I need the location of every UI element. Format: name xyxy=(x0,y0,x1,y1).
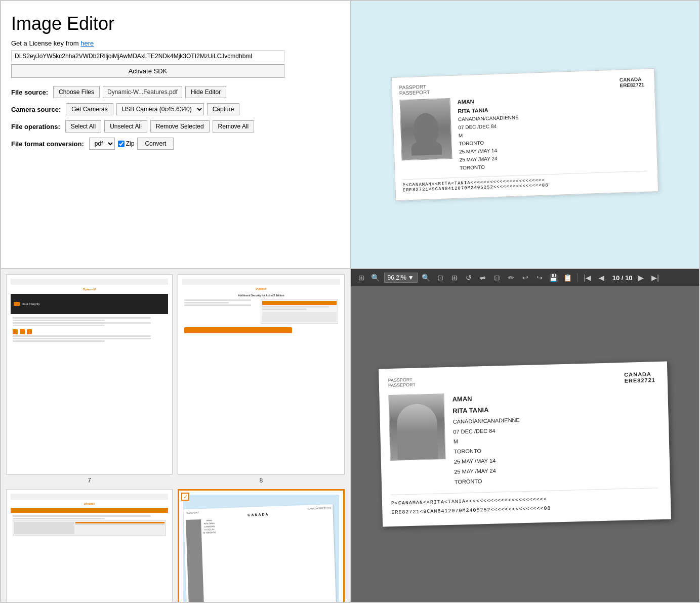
flip-icon[interactable]: ⇌ xyxy=(477,272,488,283)
thumbnail-item-7: Dynum/// Data Integrity xyxy=(6,274,173,484)
passport-id: ERE82721 xyxy=(620,82,644,89)
zoom-out-icon[interactable]: 🔍 xyxy=(370,272,381,283)
fit-page-icon[interactable]: ⊞ xyxy=(449,272,460,283)
viewer-passport-photo xyxy=(388,393,445,461)
license-link[interactable]: here xyxy=(80,39,94,47)
export-icon[interactable]: 📋 xyxy=(562,272,573,283)
viewer-content: PASSPORT PASSEPORT CANADA ERE82721 AMAN … xyxy=(351,286,699,602)
thumb-content-7: Dynum/// Data Integrity xyxy=(11,279,168,470)
choose-files-button[interactable]: Choose Files xyxy=(53,86,100,98)
thumbnail-box-9[interactable]: Dynum/// xyxy=(6,489,173,602)
viewer-passport-header: PASSPORT PASSEPORT CANADA ERE82721 xyxy=(388,371,655,390)
viewer-passport-body: AMAN RITA TANIA CANADIAN/CANADIENNE 07 D… xyxy=(388,388,658,489)
remove-all-button[interactable]: Remove All xyxy=(213,120,255,133)
thumb-content-9: Dynum/// xyxy=(11,494,168,602)
editor-panel: Image Editor Get a License key from here… xyxy=(1,1,350,269)
file-name-display: Dynamic-W...Features.pdf xyxy=(103,86,182,98)
draw-icon[interactable]: ✏ xyxy=(506,272,517,283)
unselect-all-button[interactable]: Unselect All xyxy=(104,120,147,133)
passport-info: AMAN RITA TANIA CANADIAN/CANADIENNE 07 D… xyxy=(457,92,647,172)
thumbnail-item-8: Dynum/// Additional Security for ActiveX… xyxy=(178,274,344,484)
fit-width-icon[interactable]: ⊡ xyxy=(435,272,446,283)
thumbnail-box-7[interactable]: Dynum/// Data Integrity xyxy=(6,274,173,475)
rotate-left-icon[interactable]: ↺ xyxy=(463,272,474,283)
thumbnail-toggle-icon[interactable]: ⊞ xyxy=(356,272,367,283)
viewer-panel: ⊞ 🔍 96.2!% ▼ 🔍 ⊡ ⊞ ↺ ⇌ ⊡ ✏ ↩ ↪ 💾 📋 |◀ ◀ … xyxy=(350,269,700,602)
main-grid: Image Editor Get a License key from here… xyxy=(0,0,700,603)
toolbar-divider xyxy=(578,273,578,282)
viewer-passport-mrz: P<CANAMAN<<RITA<TANIA<<<<<<<<<<<<<<<<<<<… xyxy=(391,488,658,517)
passport-preview-panel: PASSPORT PASSEPORT CANADA ERE82721 AMAN … xyxy=(350,1,700,269)
save-icon[interactable]: 💾 xyxy=(548,272,559,283)
passport-body: AMAN RITA TANIA CANADIAN/CANADIENNE 07 D… xyxy=(399,92,647,174)
zoom-level: 96.2!% xyxy=(388,274,406,281)
file-source-label: File source: xyxy=(11,89,48,96)
license-row: Get a License key from here xyxy=(11,39,340,47)
file-source-row: File source: Choose Files Dynamic-W...Fe… xyxy=(11,86,340,98)
file-format-row: File format conversion: pdf Zip Convert xyxy=(11,138,340,150)
zoom-in-icon[interactable]: 🔍 xyxy=(421,272,432,283)
license-prompt-text: Get a License key from xyxy=(11,39,79,47)
passport-mrz: P<CANAMAN<<RITA<TANIA<<<<<<<<<<<<<<<<<<<… xyxy=(402,171,648,193)
select-all-button[interactable]: Select All xyxy=(65,120,101,133)
passport-photo xyxy=(399,98,452,160)
first-page-icon[interactable]: |◀ xyxy=(582,272,593,283)
passport-type-fr: PASSEPORT xyxy=(399,89,430,96)
vp-type-fr: PASSEPORT xyxy=(388,382,415,387)
camera-select[interactable]: USB Camera (0c45.6340) xyxy=(116,103,204,115)
camera-source-label: Camera source: xyxy=(11,106,61,113)
thumbnail-box-8[interactable]: Dynum/// Additional Security for ActiveX… xyxy=(178,274,344,475)
zip-label[interactable]: Zip xyxy=(118,140,135,147)
capture-button[interactable]: Capture xyxy=(207,103,240,115)
file-operations-label: File operations: xyxy=(11,123,60,130)
hide-editor-button[interactable]: Hide Editor xyxy=(185,86,226,98)
passport-face xyxy=(413,112,439,146)
redo-icon[interactable]: ↪ xyxy=(534,272,545,283)
thumbnail-item-9: Dynum/// xyxy=(6,489,173,602)
get-cameras-button[interactable]: Get Cameras xyxy=(66,103,113,115)
format-select[interactable]: pdf xyxy=(89,138,115,150)
last-page-icon[interactable]: ▶| xyxy=(650,272,661,283)
undo-icon[interactable]: ↩ xyxy=(520,272,531,283)
thumbnail-label-7: 7 xyxy=(6,477,173,484)
thumbnails-panel: Dynum/// Data Integrity xyxy=(1,269,350,602)
thumbnail-label-8: 8 xyxy=(178,477,344,484)
editor-title: Image Editor xyxy=(11,13,340,34)
thumbnail-box-10[interactable]: PASSPORT CANADA ERE82721 CANADA AMAN RIT… xyxy=(178,489,344,602)
vp-id: ERE82721 xyxy=(624,377,655,384)
passport-card-top: PASSPORT PASSEPORT CANADA ERE82721 AMAN … xyxy=(391,68,658,201)
thumbnail-grid: Dynum/// Data Integrity xyxy=(6,274,345,602)
thumb-content-10: PASSPORT CANADA ERE82721 CANADA AMAN RIT… xyxy=(183,495,339,602)
viewer-passport-face xyxy=(396,403,438,460)
activate-sdk-button[interactable]: Activate SDK xyxy=(11,64,284,78)
viewer-passport-card: PASSPORT PASSEPORT CANADA ERE82721 AMAN … xyxy=(379,361,671,526)
zip-checkbox[interactable] xyxy=(118,141,125,147)
remove-selected-button[interactable]: Remove Selected xyxy=(150,120,210,133)
thumbnail-item-10: PASSPORT CANADA ERE82721 CANADA AMAN RIT… xyxy=(178,489,344,602)
convert-button[interactable]: Convert xyxy=(137,138,174,150)
file-format-label: File format conversion: xyxy=(11,140,84,148)
thumbnail-check-10 xyxy=(181,493,189,501)
crop-icon[interactable]: ⊡ xyxy=(491,272,503,283)
camera-source-row: Camera source: Get Cameras USB Camera (0… xyxy=(11,103,340,115)
next-page-icon[interactable]: ▶ xyxy=(636,272,647,283)
viewer-passport-info: AMAN RITA TANIA CANADIAN/CANADIENNE 07 D… xyxy=(452,388,658,487)
zoom-display[interactable]: 96.2!% ▼ xyxy=(384,273,418,283)
prev-page-icon[interactable]: ◀ xyxy=(596,272,607,283)
file-operations-row: File operations: Select All Unselect All… xyxy=(11,120,340,133)
sdk-key-input[interactable] xyxy=(11,50,284,62)
viewer-toolbar: ⊞ 🔍 96.2!% ▼ 🔍 ⊡ ⊞ ↺ ⇌ ⊡ ✏ ↩ ↪ 💾 📋 |◀ ◀ … xyxy=(351,269,699,286)
thumb-content-8: Dynum/// Additional Security for ActiveX… xyxy=(182,279,340,470)
page-info: 10 / 10 xyxy=(612,274,633,282)
